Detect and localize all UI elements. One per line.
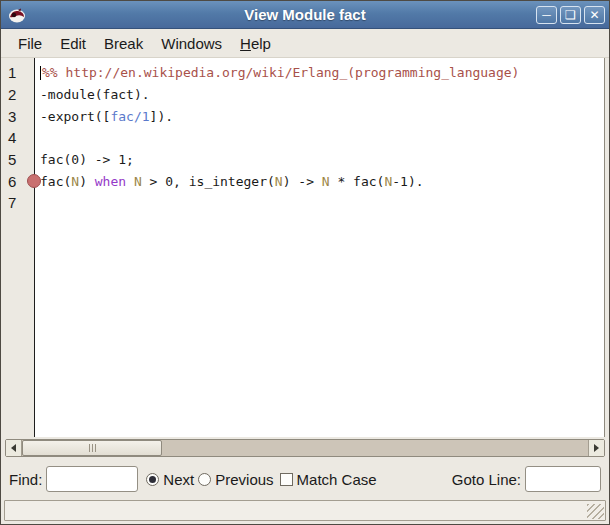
thumb-grip-icon [95,444,96,452]
token-comment: %% http://en.wikipedia.org/wiki/Erlang_(… [42,65,519,80]
statusbar-area [1,498,609,524]
menu-file[interactable]: File [9,32,51,55]
line-number[interactable]: 2 [1,86,35,103]
line-number[interactable]: 1 [1,64,35,81]
line-number[interactable]: 5 [1,151,35,168]
hscrollbar-area [1,437,609,460]
match-case-group[interactable]: Match Case [274,471,377,488]
line-number[interactable]: 3 [1,108,35,125]
scroll-left-button[interactable] [6,440,22,456]
line-number[interactable]: 7 [1,194,35,211]
token-plain: -export([ [40,109,110,124]
goto-line-input[interactable] [525,466,601,492]
menu-edit[interactable]: Edit [51,32,95,55]
code-line-6[interactable]: 6fac(N) when N > 0, is_integer(N) -> N *… [1,170,604,192]
previous-label[interactable]: Previous [215,471,273,488]
token-plain: -module(fact). [40,87,150,102]
view-module-window: View Module fact ─ ❏ ✕ File Edit Break W… [0,0,610,525]
line-number[interactable]: 4 [1,129,35,146]
code-text: -export([fac/1]). [35,109,173,124]
maximize-button[interactable]: ❏ [560,6,581,24]
code-line-3[interactable]: 3-export([fac/1]). [1,105,604,127]
statusbar [4,500,606,521]
code-line-1[interactable]: 1%% http://en.wikipedia.org/wiki/Erlang_… [1,62,604,84]
titlebar[interactable]: View Module fact ─ ❏ ✕ [1,1,609,29]
find-bar: Find: Next Previous Match Case Goto Line… [1,460,609,498]
text-cursor [40,66,41,80]
token-plain: ) -> [283,174,322,189]
token-variable: N [275,174,283,189]
token-plain: ]). [150,109,173,124]
code-line-7[interactable]: 7 [1,192,604,214]
next-radio-group[interactable]: Next [146,471,194,488]
previous-radio-group[interactable]: Previous [198,471,273,488]
find-label: Find: [9,471,42,488]
code-text: -module(fact). [35,87,150,102]
match-case-label[interactable]: Match Case [297,471,377,488]
code-line-4[interactable]: 4 [1,127,604,149]
token-plain: fac( [40,174,71,189]
match-case-checkbox[interactable] [280,473,293,486]
code-text: fac(0) -> 1; [35,152,134,167]
menu-break[interactable]: Break [95,32,152,55]
code-editor[interactable]: 1%% http://en.wikipedia.org/wiki/Erlang_… [1,58,605,437]
menu-help[interactable]: Help [231,32,280,55]
close-button[interactable]: ✕ [584,6,605,24]
code-text: fac(N) when N > 0, is_integer(N) -> N * … [35,174,424,189]
menubar: File Edit Break Windows Help [1,29,609,58]
token-plain: > 0, is_integer( [142,174,275,189]
next-label[interactable]: Next [163,471,194,488]
code-line-2[interactable]: 2-module(fact). [1,84,604,106]
token-plain: ) [79,174,95,189]
token-plain: -1). [392,174,423,189]
menu-windows[interactable]: Windows [152,32,231,55]
goto-line-group: Goto Line: [452,466,601,492]
token-plain: fac(0) -> 1; [40,152,134,167]
erlang-app-icon [7,5,27,25]
token-variable: N [322,174,330,189]
minimize-button[interactable]: ─ [536,6,557,24]
find-input[interactable] [46,466,138,492]
token-plain [126,174,134,189]
previous-radio[interactable] [198,473,211,486]
token-variable: N [134,174,142,189]
radio-dot-icon [149,476,156,483]
token-variable: N [71,174,79,189]
scroll-left-icon [11,444,16,452]
next-radio[interactable] [146,473,159,486]
horizontal-scrollbar[interactable] [5,439,605,457]
scroll-right-icon [594,444,599,452]
goto-line-label: Goto Line: [452,471,521,488]
code-text: %% http://en.wikipedia.org/wiki/Erlang_(… [35,65,519,80]
scroll-right-button[interactable] [588,440,604,456]
scrollbar-trough[interactable] [22,440,588,456]
window-title: View Module fact [1,6,609,23]
token-plain: * fac( [330,174,385,189]
resize-grip[interactable] [587,504,604,519]
thumb-grip-icon [92,444,93,452]
scrollbar-thumb[interactable] [22,440,162,456]
token-keyword: when [95,174,126,189]
code-line-5[interactable]: 5fac(0) -> 1; [1,149,604,171]
thumb-grip-icon [89,444,90,452]
token-export: fac/1 [110,109,149,124]
